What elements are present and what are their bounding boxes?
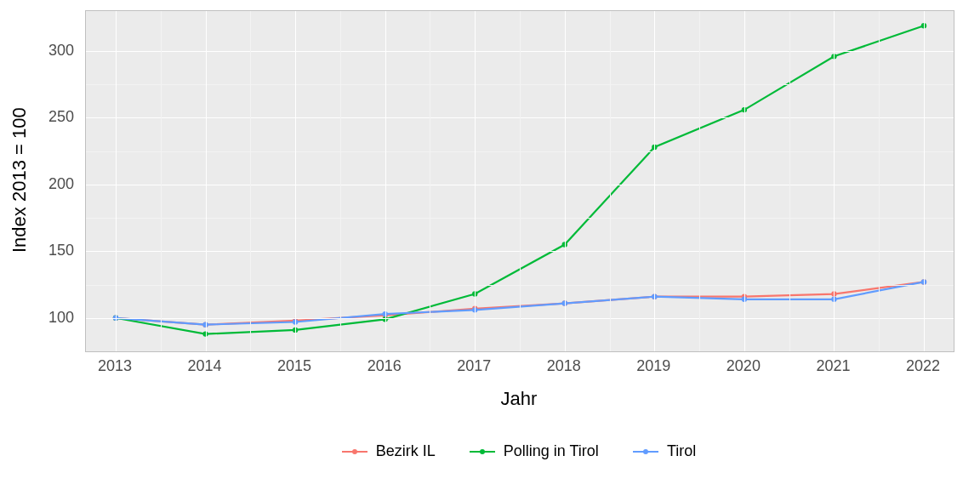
- gridline-vertical: [565, 11, 566, 351]
- chart-container: Index 2013 = 100 100150200250300 2013201…: [0, 0, 980, 490]
- x-axis-label: Jahr: [85, 388, 953, 410]
- x-tick-label: 2015: [277, 352, 311, 375]
- gridline-vertical: [116, 11, 117, 351]
- legend-label: Tirol: [667, 442, 696, 460]
- y-tick-label: 100: [0, 308, 81, 326]
- legend-label: Bezirk IL: [376, 442, 436, 460]
- gridline-vertical-minor: [430, 11, 430, 351]
- gridline-vertical-minor: [340, 11, 341, 351]
- gridline-vertical: [206, 11, 207, 351]
- gridline-vertical: [924, 11, 925, 351]
- legend-item: Tirol: [633, 442, 696, 460]
- legend-key-icon: [633, 444, 658, 459]
- gridline-vertical: [475, 11, 476, 351]
- gridline-vertical: [834, 11, 835, 351]
- x-axis-ticks: 2013201420152016201720182019202020212022: [85, 352, 953, 378]
- legend: Bezirk ILPolling in TirolTirol: [85, 442, 953, 460]
- gridline-vertical: [654, 11, 655, 351]
- gridline-vertical-minor: [610, 11, 611, 351]
- gridline-vertical-minor: [520, 11, 521, 351]
- gridline-vertical-minor: [699, 11, 700, 351]
- x-tick-label: 2016: [368, 352, 402, 375]
- y-axis-ticks: 100150200250300: [0, 10, 81, 350]
- legend-item: Polling in Tirol: [470, 442, 599, 460]
- gridline-vertical: [385, 11, 386, 351]
- gridline-vertical-minor: [789, 11, 790, 351]
- gridline-vertical-minor: [161, 11, 162, 351]
- x-tick-label: 2022: [906, 352, 940, 375]
- x-tick-label: 2013: [98, 352, 132, 375]
- legend-label: Polling in Tirol: [504, 442, 599, 460]
- x-axis-label-text: Jahr: [501, 388, 538, 409]
- gridline-vertical: [744, 11, 745, 351]
- plot-panel: [85, 10, 954, 352]
- x-tick-label: 2020: [726, 352, 761, 375]
- legend-key-icon: [342, 444, 368, 459]
- y-tick-label: 300: [0, 42, 81, 60]
- x-tick-label: 2019: [636, 352, 670, 375]
- legend-item: Bezirk IL: [342, 442, 436, 460]
- legend-key-icon: [470, 444, 495, 459]
- gridline-vertical: [295, 11, 296, 351]
- y-tick-label: 250: [0, 108, 81, 126]
- gridline-vertical-minor: [250, 11, 251, 351]
- y-tick-label: 150: [0, 242, 81, 259]
- y-tick-label: 200: [0, 174, 81, 192]
- x-tick-label: 2014: [188, 352, 222, 375]
- x-tick-label: 2017: [457, 352, 491, 375]
- x-tick-label: 2018: [547, 352, 581, 375]
- x-tick-label: 2021: [816, 352, 850, 375]
- gridline-vertical-minor: [879, 11, 880, 351]
